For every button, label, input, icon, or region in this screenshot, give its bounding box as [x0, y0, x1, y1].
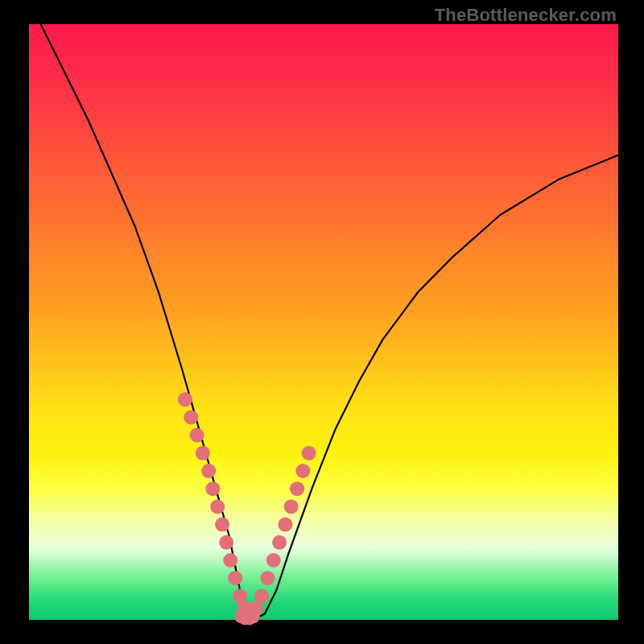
chart-frame: TheBottlenecker.com	[0, 0, 644, 644]
attribution-text: TheBottlenecker.com	[435, 5, 617, 26]
plot-area	[29, 24, 618, 620]
